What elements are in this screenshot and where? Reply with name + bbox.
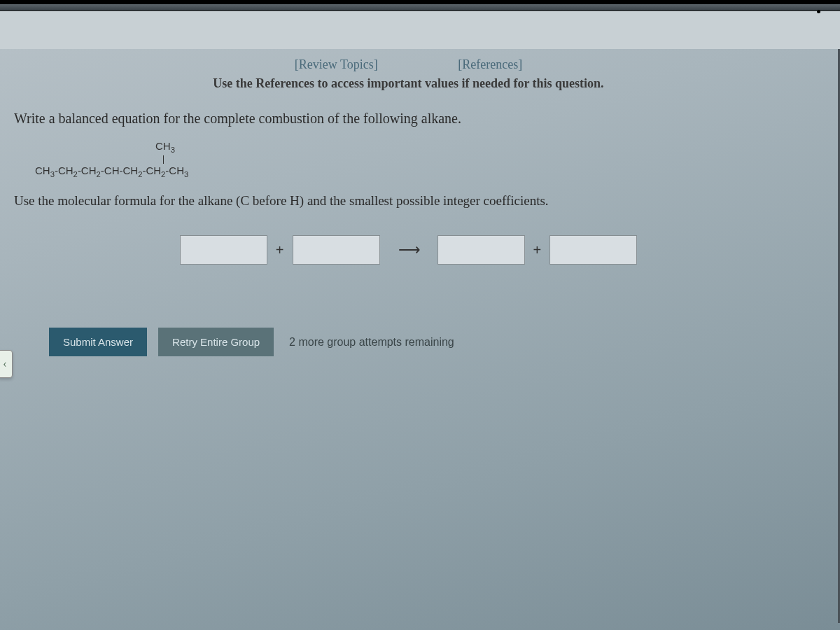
attempts-remaining-text: 2 more group attempts remaining [289, 336, 454, 349]
branch-bond-line [163, 155, 164, 164]
reactant-1-input[interactable] [180, 235, 267, 265]
retry-group-button[interactable]: Retry Entire Group [158, 328, 274, 356]
hint-text: Use the References to access important v… [213, 76, 603, 90]
review-topics-link[interactable]: [Review Topics] [295, 57, 378, 71]
chevron-left-icon: ‹ [3, 358, 6, 370]
formula-branch: CH3 [155, 139, 803, 155]
header-hint: Use the References to access important v… [14, 76, 803, 111]
arrow-icon: ⟶ [398, 241, 419, 259]
spacer [0, 11, 840, 49]
references-link[interactable]: [References] [458, 57, 522, 71]
left-scroll-indicator[interactable]: ‹ [0, 350, 13, 378]
plus-symbol-1: + [276, 242, 284, 258]
structural-formula: CH3 CH3-CH2-CH2-CH-CH2-CH2-CH3 [35, 139, 803, 179]
submit-answer-button[interactable]: Submit Answer [49, 328, 147, 356]
content-area: [Review Topics] [References] Use the Ref… [0, 49, 817, 356]
instruction-text: Use the molecular formula for the alkane… [14, 193, 803, 209]
plus-symbol-2: + [533, 242, 542, 258]
branch-ch: CH [155, 140, 171, 152]
equation-row: + ⟶ + [14, 235, 803, 265]
formula-main-chain: CH3-CH2-CH2-CH-CH2-CH2-CH3 [35, 164, 803, 180]
product-2-input[interactable] [550, 235, 637, 265]
decorative-dot [817, 10, 820, 13]
question-prompt: Write a balanced equation for the comple… [14, 111, 803, 127]
reactant-2-input[interactable] [293, 235, 380, 265]
product-1-input[interactable] [438, 235, 525, 265]
action-row: Submit Answer Retry Entire Group 2 more … [49, 328, 803, 356]
top-gradient-bar [0, 4, 840, 11]
branch-sub: 3 [171, 146, 175, 154]
header-links: [Review Topics] [References] [14, 49, 803, 76]
